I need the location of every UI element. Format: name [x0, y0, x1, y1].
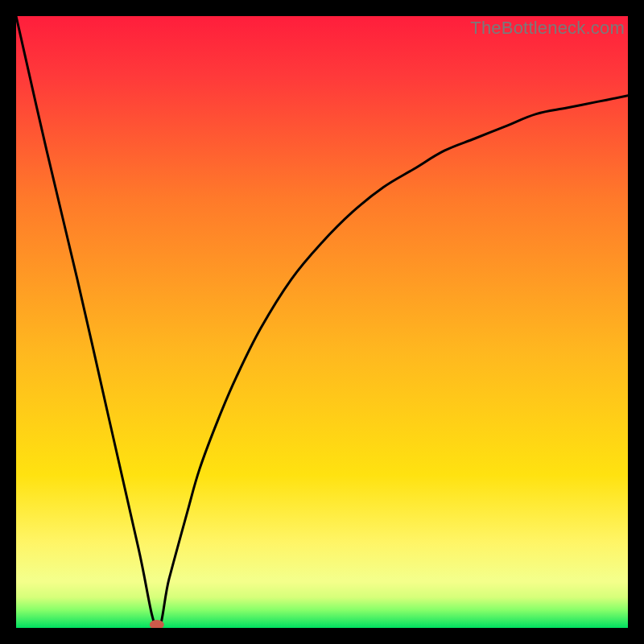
- watermark-text: TheBottleneck.com: [470, 18, 625, 39]
- chart-frame: TheBottleneck.com: [16, 16, 628, 628]
- gradient-background: [16, 16, 628, 628]
- plot-area: [16, 16, 628, 628]
